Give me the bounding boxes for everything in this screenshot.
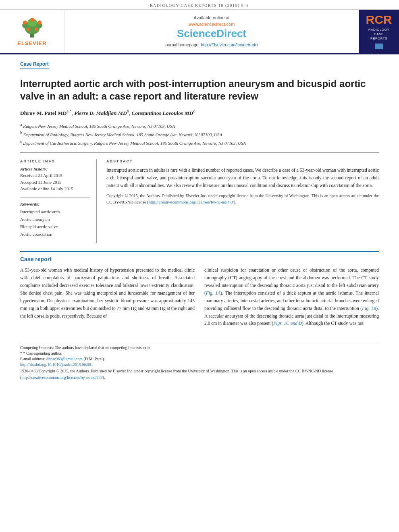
sciencedirect-url[interactable]: www.sciencedirect.com [189, 22, 235, 27]
svg-point-9 [35, 28, 38, 31]
info-divider [20, 197, 90, 197]
history-label: Article history: [20, 166, 90, 171]
abstract-text: Interrupted aortic arch in adults is rar… [106, 166, 379, 189]
article-info-col: Article Info Article history: Received 2… [20, 159, 97, 243]
keyword-2: Aortic aneurysm [20, 216, 90, 223]
keyword-4: Aortic coarctation [20, 231, 90, 238]
author-1-name: Dhruv M. Patel MD [20, 110, 66, 116]
article-title: Interrupted aortic arch with post-interr… [20, 77, 379, 102]
info-abstract-section: Article Info Article history: Received 2… [20, 159, 379, 243]
footer-copyright: 1930-0433/Copyright © 2015, the Authors.… [20, 368, 379, 381]
elsevier-brand-name: ELSEVIER [17, 40, 46, 46]
author-3-sup: c [193, 109, 195, 113]
footer-license-link[interactable]: http://creativecommons.org/licenses/by-n… [21, 375, 102, 380]
article-info-heading: Article Info [20, 159, 90, 163]
corresponding-author-note: * * Corresponding author. [20, 351, 379, 355]
aff-sup-a: a [20, 122, 22, 127]
case-report-right-col: clinical suspicion for coarctation or ot… [204, 266, 379, 328]
svg-point-5 [23, 21, 27, 25]
competing-interests: Competing Interests: The authors have de… [20, 345, 379, 350]
article-history: Article history: Received 21 April 2015 … [20, 166, 90, 192]
rcr-decorative-box [375, 44, 383, 49]
rcr-full-name: RADIOLOGYCASEREPORTS [368, 27, 389, 41]
keywords-group: Keywords: Interrupted aortic arch Aortic… [20, 202, 90, 238]
direct-text: Direct [216, 27, 246, 39]
abstract-col: Abstract Interrupted aortic arch in adul… [106, 159, 379, 243]
keyword-1: Interrupted aortic arch [20, 208, 90, 216]
author-2-sup: b [127, 109, 129, 113]
affiliation-b: b Department of Radiology, Rutgers New J… [20, 130, 379, 138]
case-report-body: A 53-year-old woman with medical history… [20, 266, 379, 328]
author-email[interactable]: dhruv963@gmail.com [46, 357, 83, 361]
keywords-label: Keywords: [20, 202, 90, 206]
aff-sup-c: c [20, 139, 22, 143]
author-3-name: Constantinos Lovoulos MD [131, 110, 193, 116]
journal-title: Radiology Case Reports 10 (2015) 5–8 [150, 3, 249, 8]
journal-header: Radiology Case Reports 10 (2015) 5–8 [0, 0, 399, 10]
case-report-divider [20, 251, 379, 252]
article-type-label: Case Report [20, 61, 49, 69]
svg-point-8 [27, 28, 30, 31]
elsevier-tree-icon [16, 17, 48, 39]
received-date: Received 21 April 2015 [20, 172, 90, 179]
footer: Competing Interests: The authors have de… [20, 342, 379, 384]
author-1-sup: a,* [66, 109, 71, 113]
case-report-heading: Case report [20, 256, 379, 262]
aff-sup-b: b [20, 131, 22, 135]
accepted-date: Accepted 11 June 2015 [20, 179, 90, 186]
case-report-left-col: A 53-year-old woman with medical history… [20, 266, 195, 328]
science-text: Science [177, 27, 216, 39]
svg-point-7 [30, 18, 34, 22]
rcr-badge: RCR RADIOLOGYCASEREPORTS [359, 10, 399, 53]
svg-point-6 [37, 21, 42, 25]
abstract-copyright: Copyright © 2015, the Authors. Published… [106, 193, 379, 206]
author-2-name: Pierre D. Maldjian MD [74, 110, 127, 116]
doi-note: http://dx.doi.org/10.1016/j.radcr.2015.0… [20, 362, 379, 367]
main-content: Case Report Interrupted aortic arch with… [0, 54, 399, 336]
authors-line: Dhruv M. Patel MDa,*, Pierre D. Maldjian… [20, 108, 379, 117]
abstract-heading: Abstract [106, 159, 379, 163]
case-report-left-text: A 53-year-old woman with medical history… [20, 266, 195, 320]
affiliations: a Rutgers New Jersey Medical School, 185… [20, 121, 379, 153]
available-date: Available online 14 July 2015 [20, 185, 90, 192]
journal-homepage: journal homepage: http://Elsevier.com/lo… [164, 42, 258, 47]
fig1b-link[interactable]: Fig. 1B [362, 306, 376, 311]
fig1a-link[interactable]: Fig. 1A [206, 291, 220, 295]
fig1cd-link[interactable]: Figs. 1C and D [273, 321, 302, 326]
email-note: E-mail address: dhruv963@gmail.com (D.M.… [20, 357, 379, 361]
elsevier-logo: ELSEVIER [0, 10, 64, 53]
rcr-initials: RCR [366, 14, 392, 26]
branding-row: ELSEVIER Available online at www.science… [0, 10, 399, 54]
license-link[interactable]: http://creativecommons.org/licenses/by-n… [149, 200, 234, 204]
available-online-text: Available online at [193, 15, 229, 20]
homepage-link[interactable]: http://Elsevier.com/locate/radcr [201, 42, 259, 47]
affiliation-a: a Rutgers New Jersey Medical School, 185… [20, 121, 379, 130]
sciencedirect-logo: ScienceDirect [177, 27, 246, 40]
center-branding: Available online at www.sciencedirect.co… [64, 10, 359, 53]
homepage-label: journal homepage: [164, 42, 201, 47]
corresponding-star: * [20, 351, 23, 355]
keyword-3: Bicuspid aortic valve [20, 223, 90, 231]
case-report-right-text: clinical suspicion for coarctation or ot… [204, 266, 379, 328]
doi-link[interactable]: http://dx.doi.org/10.1016/j.radcr.2015.0… [20, 362, 93, 367]
affiliation-c: c Department of Cardiothoracic Surgery, … [20, 138, 379, 147]
